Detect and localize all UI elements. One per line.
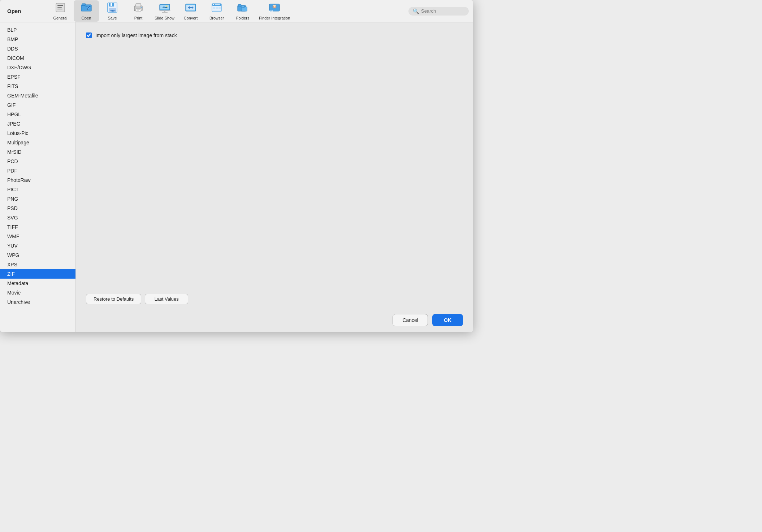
sidebar-item-bmp[interactable]: BMP (0, 35, 75, 44)
toolbar-convert[interactable]: Convert (178, 0, 203, 22)
sidebar-item-tiff[interactable]: TIFF (0, 222, 75, 232)
sidebar-item-wpg[interactable]: WPG (0, 250, 75, 260)
bottom-buttons: Restore to Defaults Last Values (86, 294, 463, 304)
toolbar-finder-label: Finder Integration (259, 16, 290, 20)
toolbar-finder[interactable]: EXT Finder Integration (256, 0, 293, 22)
toolbar-browser-label: Browser (209, 16, 224, 20)
toolbar-save-label: Save (108, 16, 117, 20)
convert-icon (185, 2, 196, 15)
svg-rect-25 (162, 12, 168, 13)
sidebar-item-svg[interactable]: SVG (0, 213, 75, 222)
svg-rect-13 (136, 4, 141, 7)
sidebar-item-zif[interactable]: ZIF (0, 269, 75, 279)
toolbar-slideshow[interactable]: Slide Show (152, 0, 177, 22)
search-icon: 🔍 (413, 8, 419, 14)
sidebar-item-lotuspic[interactable]: Lotus-Pic (0, 128, 75, 138)
toolbar-print[interactable]: Print (126, 0, 151, 22)
toolbar-browser[interactable]: Browser (204, 0, 229, 22)
sidebar-item-movie[interactable]: Movie (0, 288, 75, 297)
search-box[interactable]: 🔍 (408, 7, 469, 16)
sidebar-item-dxfdwg[interactable]: DXF/DWG (0, 63, 75, 72)
svg-rect-33 (216, 7, 218, 9)
import-checkbox-label: Import only largest image from stack (95, 32, 177, 38)
svg-rect-35 (213, 10, 221, 10)
sidebar-item-pict[interactable]: PICT (0, 185, 75, 194)
toolbar-folders-label: Folders (236, 16, 250, 20)
svg-rect-2 (57, 7, 62, 8)
import-checkbox[interactable] (86, 32, 92, 38)
sidebar-item-yuv[interactable]: YUV (0, 241, 75, 250)
svg-rect-14 (136, 9, 141, 12)
toolbar-general[interactable]: General (48, 0, 73, 22)
last-values-button[interactable]: Last Values (145, 294, 188, 304)
svg-rect-30 (213, 4, 214, 5)
general-icon (55, 2, 66, 15)
svg-point-17 (141, 7, 142, 8)
search-input[interactable] (421, 8, 464, 14)
svg-text:JPG: JPG (112, 10, 116, 12)
svg-rect-39 (242, 6, 244, 8)
svg-rect-5 (82, 4, 86, 5)
svg-rect-31 (215, 4, 220, 5)
sidebar-item-psd[interactable]: PSD (0, 204, 75, 213)
sidebar-item-dds[interactable]: DDS (0, 44, 75, 53)
svg-point-43 (275, 6, 276, 6)
svg-rect-8 (111, 3, 112, 6)
sidebar-item-unarchive[interactable]: Unarchive (0, 297, 75, 307)
cancel-button[interactable]: Cancel (393, 314, 428, 326)
svg-rect-3 (57, 9, 62, 9)
toolbar-convert-label: Convert (184, 16, 198, 20)
sidebar-item-multipage[interactable]: Multipage (0, 138, 75, 147)
sidebar-item-dicom[interactable]: DICOM (0, 53, 75, 63)
finder-icon: EXT (269, 2, 280, 15)
toolbar-open-label: Open (82, 16, 91, 20)
restore-defaults-button[interactable]: Restore to Defaults (86, 294, 141, 304)
open-icon (81, 2, 92, 15)
svg-point-42 (273, 6, 274, 6)
sidebar-item-hpgl[interactable]: HPGL (0, 110, 75, 119)
browser-icon (211, 2, 222, 15)
sidebar-item-metadata[interactable]: Metadata (0, 279, 75, 288)
sidebar-item-gif[interactable]: GIF (0, 100, 75, 110)
toolbar: General Open (48, 0, 408, 22)
panel-body: Import only largest image from stack (86, 31, 463, 294)
svg-rect-24 (164, 11, 165, 12)
svg-point-22 (166, 5, 168, 7)
sidebar-item-xps[interactable]: XPS (0, 260, 75, 269)
print-icon (133, 2, 144, 15)
svg-rect-15 (137, 9, 140, 10)
svg-text:EXT: EXT (269, 10, 273, 12)
sidebar-item-png[interactable]: PNG (0, 194, 75, 204)
save-icon: PNG JPG (107, 2, 118, 15)
sidebar: BLPBMPDDSDICOMDXF/DWGEPSFFITSGEM-Metafil… (0, 22, 76, 332)
sidebar-item-gemmetafile[interactable]: GEM-Metafile (0, 91, 75, 100)
sidebar-item-epsf[interactable]: EPSF (0, 72, 75, 82)
toolbar-folders[interactable]: Folders (230, 0, 255, 22)
sidebar-item-photoraw[interactable]: PhotoRaw (0, 175, 75, 185)
sidebar-item-mrsid[interactable]: MrSID (0, 147, 75, 157)
ok-button[interactable]: OK (432, 314, 463, 326)
slideshow-icon (159, 2, 170, 15)
panel-footer: Restore to Defaults Last Values Cancel O… (86, 294, 463, 326)
svg-rect-32 (213, 7, 215, 9)
settings-panel: Import only largest image from stack Res… (76, 22, 473, 332)
sidebar-item-jpeg[interactable]: JPEG (0, 119, 75, 128)
sidebar-item-fits[interactable]: FITS (0, 82, 75, 91)
sidebar-item-blp[interactable]: BLP (0, 25, 75, 35)
folders-icon (237, 2, 248, 15)
toolbar-open[interactable]: Open (74, 0, 99, 22)
dialog-buttons: Cancel OK (86, 311, 463, 326)
svg-rect-37 (238, 4, 241, 6)
sidebar-item-pcd[interactable]: PCD (0, 157, 75, 166)
svg-rect-23 (159, 10, 170, 11)
svg-rect-1 (57, 5, 63, 6)
svg-rect-16 (137, 10, 139, 11)
toolbar-save[interactable]: PNG JPG Save (100, 0, 125, 22)
import-checkbox-row: Import only largest image from stack (86, 32, 463, 38)
sidebar-item-pdf[interactable]: PDF (0, 166, 75, 175)
svg-rect-34 (218, 7, 221, 9)
toolbar-print-label: Print (134, 16, 143, 20)
window-title: Open (4, 8, 48, 14)
toolbar-general-label: General (53, 16, 67, 20)
sidebar-item-wmf[interactable]: WMF (0, 232, 75, 241)
